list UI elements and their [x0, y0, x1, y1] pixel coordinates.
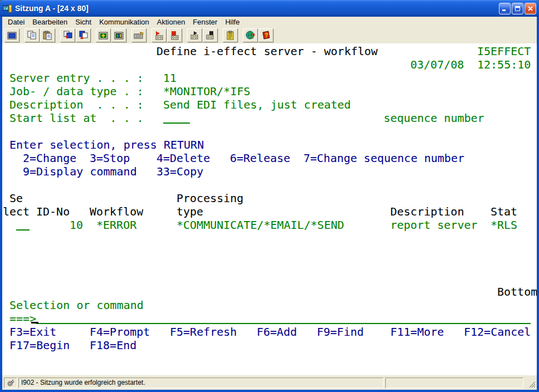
play-macro-icon [189, 31, 200, 40]
description-label: Description . . . : [9, 98, 144, 111]
bottom-indicator: Bottom [497, 285, 537, 298]
menu-kommunikation[interactable]: Kommunikation [95, 17, 153, 27]
emulator-window: Sitzung A - [24 x 80] Datei Bearbeiten S… [0, 0, 539, 392]
copy-icon [27, 31, 37, 40]
row-status: *RLS [491, 218, 517, 232]
web-browser-icon: ? [246, 31, 256, 40]
option-6-release: 6=Release [230, 151, 290, 165]
connection-status-cell [4, 378, 17, 388]
instruction-line: Enter selection, press RETURN [9, 138, 204, 151]
option-2-change: 2=Change [23, 151, 76, 165]
description-value: Send EDI files, just created [163, 98, 351, 111]
color-setup-icon [114, 31, 124, 40]
row-description: report server [390, 218, 478, 232]
keyboard-setup-icon [134, 31, 144, 40]
help-button[interactable]: ? [258, 28, 273, 42]
row-select-input[interactable] [16, 218, 30, 231]
paste-button[interactable] [40, 28, 55, 42]
quit-macro-button[interactable] [203, 28, 218, 42]
option-9-display-command: 9=Display command [23, 165, 137, 178]
status-panel [385, 378, 523, 388]
command-label: Selection or command [9, 298, 144, 312]
new-session-icon [7, 31, 17, 40]
fkey-f9-find: F9=Find [317, 325, 364, 339]
start-list-at-input[interactable] [163, 111, 190, 124]
record-macro-button[interactable] [151, 28, 166, 42]
window-frame: Datei Bearbeiten Sicht Kommunikation Akt… [0, 17, 539, 392]
header-description: Description [390, 205, 464, 218]
server-entry-label: Server entry . . . : [9, 71, 144, 85]
stop-record-button[interactable] [167, 28, 182, 42]
menu-datei[interactable]: Datei [4, 17, 28, 27]
clipboard-icon [226, 31, 235, 40]
maximize-button[interactable] [512, 3, 523, 14]
stop-record-icon [169, 31, 180, 40]
window-title: Sitzung A - [24 x 80] [15, 4, 498, 13]
minimize-button[interactable] [499, 3, 511, 14]
svg-text:?: ? [251, 32, 255, 40]
close-icon [527, 6, 533, 12]
option-33-copy: 33=Copy [156, 165, 203, 178]
start-list-at-label: Start list at . . . [9, 111, 144, 125]
menu-bar: Datei Bearbeiten Sicht Kommunikation Akt… [2, 17, 537, 27]
option-7-change-sequence: 7=Change sequence number [303, 151, 464, 165]
header-select-bottom: lect [3, 205, 30, 218]
start-list-at-hint: sequence number [384, 111, 484, 125]
quit-macro-icon [205, 31, 215, 40]
command-input[interactable] [36, 312, 531, 324]
resize-grip-icon [528, 380, 536, 388]
header-select-top: Se [9, 192, 23, 205]
menu-fenster[interactable]: Fenster [189, 17, 221, 27]
row-workflow: *ERROR [96, 218, 136, 232]
keyboard-setup-button[interactable] [131, 28, 146, 42]
header-stat: Stat [491, 205, 517, 218]
fkey-f3-exit: F3=Exit [9, 325, 56, 339]
terminal-screen[interactable]: Define i-effect server - workflow I5EFFE… [2, 43, 537, 375]
menu-bearbeiten[interactable]: Bearbeiten [28, 17, 71, 27]
header-processing-top: Processing [177, 192, 243, 205]
toolbar: ? ? [2, 27, 537, 43]
record-macro-icon [154, 31, 164, 40]
new-session-button[interactable] [4, 28, 19, 42]
screen-title: Define i-effect server - workflow [156, 45, 378, 58]
fkey-f12-cancel: F12=Cancel [464, 325, 531, 339]
minimize-icon [502, 6, 508, 12]
text-cursor [31, 322, 38, 324]
send-file-button[interactable] [60, 28, 75, 42]
row-id: 10 [70, 218, 83, 232]
title-bar[interactable]: Sitzung A - [24 x 80] [0, 0, 539, 17]
web-browser-button[interactable]: ? [243, 28, 258, 42]
help-icon: ? [261, 31, 271, 40]
status-bar: I902 - Sitzung wurde erfolgreich gestart… [2, 375, 537, 390]
close-button[interactable] [525, 3, 536, 14]
play-macro-button[interactable] [187, 28, 202, 42]
maximize-icon [514, 6, 521, 12]
screen-date: 03/07/08 [410, 58, 464, 71]
menu-hilfe[interactable]: Hilfe [221, 17, 243, 27]
fkey-f18-end: F18=End [90, 339, 136, 352]
status-message: I902 - Sitzung wurde erfolgreich gestart… [18, 378, 384, 388]
paste-icon [42, 31, 53, 40]
option-4-delete: 4=Delete [156, 151, 210, 165]
system-name: I5EFFECT [477, 45, 531, 58]
menu-aktionen[interactable]: Aktionen [153, 17, 189, 27]
clipboard-button[interactable] [223, 28, 238, 42]
receive-file-icon [78, 31, 89, 40]
server-entry-value: 11 [163, 71, 177, 85]
receive-file-button[interactable] [76, 28, 91, 42]
app-icon [3, 4, 12, 13]
fkey-f5-refresh: F5=Refresh [170, 325, 237, 339]
screen-time: 12:55:10 [477, 58, 531, 71]
header-workflow: Workflow [90, 205, 143, 218]
copy-button[interactable] [24, 28, 40, 42]
fkey-f11-more: F11=More [390, 325, 444, 339]
header-id-no: ID-No [36, 205, 70, 218]
resize-grip[interactable] [525, 378, 536, 388]
display-setup-button[interactable] [96, 28, 111, 42]
color-setup-button[interactable] [111, 28, 126, 42]
fkey-f4-prompt: F4=Prompt [90, 325, 150, 339]
menu-sicht[interactable]: Sicht [71, 17, 95, 27]
fkey-f6-add: F6=Add [257, 325, 297, 339]
header-processing-bottom: type [177, 205, 203, 218]
job-data-type-value: *MONITOR/*IFS [163, 85, 251, 98]
